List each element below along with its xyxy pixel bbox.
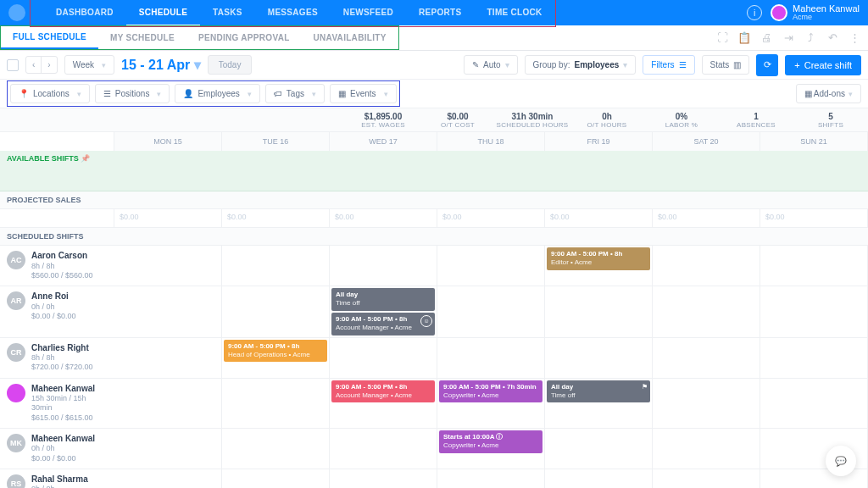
stats-button[interactable]: Stats▥ [702, 55, 750, 75]
projected-cell[interactable]: $0.00 [437, 209, 545, 228]
shift-cell[interactable]: 9:00 AM - 5:00 PM • 8hAccount Manager • … [330, 379, 437, 429]
date-range[interactable]: 15 - 21 Apr ▾ [121, 57, 201, 73]
select-all-checkbox[interactable] [7, 59, 19, 71]
create-shift-button[interactable]: +Create shift [785, 55, 861, 75]
shift-cell[interactable] [222, 469, 330, 488]
shift-block[interactable]: 9:00 AM - 5:00 PM • 8hAccount Manager • … [331, 313, 435, 336]
export-icon[interactable]: ⤴ [802, 30, 819, 47]
shift-cell[interactable] [760, 338, 868, 379]
nav-schedule[interactable]: SCHEDULE [126, 0, 200, 26]
user-badge[interactable]: Maheen Kanwal Acme [771, 3, 860, 22]
employee-row[interactable]: ARAnne Roi0h / 0h$0.00 / $0.00 [0, 286, 114, 338]
shift-cell[interactable] [222, 379, 330, 429]
shift-block[interactable]: 9:00 AM - 5:00 PM • 7h 30minCopywriter •… [439, 380, 542, 403]
shift-cell[interactable] [653, 246, 760, 286]
projected-cell[interactable]: $0.00 [222, 209, 330, 228]
groupby-select[interactable]: Group by:Employees▾ [525, 55, 637, 75]
shift-cell[interactable] [437, 469, 545, 488]
shift-cell[interactable]: All dayTime off9:00 AM - 5:00 PM • 8hAcc… [330, 286, 437, 338]
shift-cell[interactable] [545, 286, 653, 338]
projected-cell[interactable]: $0.00 [653, 209, 760, 228]
shift-cell[interactable]: 9:00 AM - 5:00 PM • 7h 30minCopywriter •… [437, 379, 545, 429]
projected-cell[interactable]: $0.00 [114, 209, 222, 228]
employee-row[interactable]: CRCharlies Right8h / 8h$720.00 / $720.00 [0, 338, 114, 379]
projected-cell[interactable]: $0.00 [760, 209, 868, 228]
clipboard-icon[interactable]: 📋 [736, 30, 753, 47]
nav-newsfeed[interactable]: NEWSFEED [331, 0, 406, 26]
prev-week[interactable]: ‹ [26, 57, 42, 73]
shift-block[interactable]: All dayTime off⚑ [547, 380, 650, 403]
chat-bubble[interactable]: 💬 [826, 446, 856, 476]
shift-cell[interactable] [545, 469, 653, 488]
shift-cell[interactable] [330, 429, 437, 469]
shift-block[interactable]: All dayTime off [331, 288, 435, 311]
shift-cell[interactable] [114, 286, 222, 338]
subnav-unavailability[interactable]: UNAVAILABILITY [302, 26, 398, 49]
locations-filter[interactable]: 📍Locations [10, 84, 90, 103]
employee-row[interactable]: Maheen Kanwal15h 30min / 15h 30min$615.0… [0, 379, 114, 429]
shift-cell[interactable] [437, 338, 545, 379]
shift-cell[interactable] [330, 246, 437, 286]
filters-button[interactable]: Filters☰ [643, 55, 694, 75]
subnav-pending-approval[interactable]: PENDING APPROVAL [186, 26, 302, 49]
shift-cell[interactable] [437, 286, 545, 338]
import-icon[interactable]: ⇥ [780, 30, 797, 47]
shift-cell[interactable]: All dayTime off⚑ [545, 379, 653, 429]
shift-cell[interactable] [653, 469, 760, 488]
shift-block[interactable]: 9:00 AM - 5:00 PM • 8hHead of Operations… [224, 340, 327, 363]
next-week[interactable]: › [42, 57, 56, 73]
shift-block[interactable]: Starts at 10:00A ⓘCopywriter • Acme [439, 430, 542, 453]
info-icon[interactable]: i [747, 5, 762, 20]
subnav-full-schedule[interactable]: FULL SCHEDULE [1, 26, 98, 49]
shift-cell[interactable] [545, 429, 653, 469]
available-shifts-body[interactable] [0, 166, 868, 191]
employee-row[interactable]: MKMaheen Kanwal0h / 0h$0.00 / $0.00 [0, 429, 114, 469]
auto-button[interactable]: ✎Auto▾ [464, 55, 518, 75]
positions-filter[interactable]: ☰Positions [95, 84, 170, 103]
nav-messages[interactable]: MESSAGES [255, 0, 331, 26]
shift-cell[interactable] [114, 246, 222, 286]
nav-reports[interactable]: REPORTS [406, 0, 474, 26]
shift-cell[interactable] [330, 469, 437, 488]
shift-cell[interactable] [653, 429, 760, 469]
refresh-button[interactable]: ⟳ [756, 54, 778, 76]
employee-row[interactable]: RSRahal Sharma0h / 0h$0.00 / $0.00 [0, 469, 114, 488]
nav-dashboard[interactable]: DASHBOARD [43, 0, 126, 26]
shift-cell[interactable] [330, 338, 437, 379]
shift-cell[interactable] [760, 246, 868, 286]
print-icon[interactable]: 🖨 [758, 30, 775, 47]
shift-cell[interactable] [653, 379, 760, 429]
addons-select[interactable]: ▦ Add-ons [796, 84, 861, 103]
shift-block[interactable]: 9:00 AM - 5:00 PM • 8hEditor • Acme [547, 247, 650, 270]
expand-icon[interactable]: ⛶ [714, 30, 731, 47]
shift-cell[interactable] [653, 338, 760, 379]
shift-cell[interactable] [760, 286, 868, 338]
shift-cell[interactable]: 9:00 AM - 5:00 PM • 8hEditor • Acme [545, 246, 653, 286]
shift-cell[interactable] [760, 469, 868, 488]
shift-cell[interactable] [114, 469, 222, 488]
shift-cell[interactable] [114, 429, 222, 469]
nav-time clock[interactable]: TIME CLOCK [474, 0, 554, 26]
employees-filter[interactable]: 👤Employees [175, 84, 259, 103]
shift-cell[interactable] [222, 429, 330, 469]
today-button[interactable]: Today [208, 55, 253, 75]
employee-row[interactable]: ACAaron Carson8h / 8h$560.00 / $560.00 [0, 246, 114, 286]
nav-tasks[interactable]: TASKS [200, 0, 255, 26]
shift-cell[interactable] [222, 286, 330, 338]
tags-filter[interactable]: 🏷Tags [265, 84, 325, 103]
shift-block[interactable]: 9:00 AM - 5:00 PM • 8hAccount Manager • … [331, 380, 435, 403]
shift-cell[interactable] [437, 246, 545, 286]
undo-icon[interactable]: ↶ [824, 30, 841, 47]
shift-cell[interactable]: Starts at 10:00A ⓘCopywriter • Acme [437, 429, 545, 469]
subnav-my-schedule[interactable]: MY SCHEDULE [98, 26, 186, 49]
shift-cell[interactable] [114, 338, 222, 379]
projected-cell[interactable]: $0.00 [545, 209, 653, 228]
shift-cell[interactable] [653, 286, 760, 338]
shift-cell[interactable] [222, 246, 330, 286]
shift-cell[interactable]: 9:00 AM - 5:00 PM • 8hHead of Operations… [222, 338, 330, 379]
shift-cell[interactable] [114, 379, 222, 429]
shift-cell[interactable] [545, 338, 653, 379]
period-select[interactable]: Week [64, 55, 114, 75]
events-filter[interactable]: ▦Events [330, 84, 397, 103]
more-icon[interactable]: ⋮ [846, 30, 863, 47]
